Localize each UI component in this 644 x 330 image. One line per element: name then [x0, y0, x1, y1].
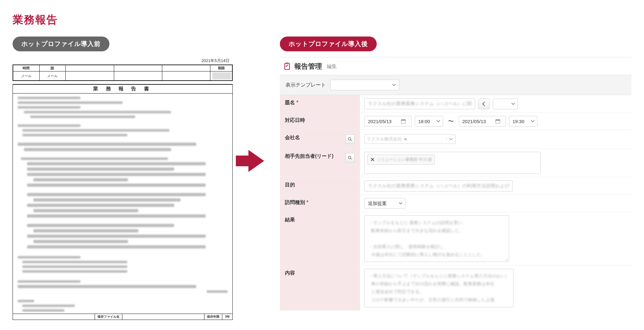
arrow-icon — [248, 150, 264, 172]
lead-chip[interactable]: ✕ ソリューション事業部 中川 様 — [367, 155, 435, 165]
content-label: 内容 — [285, 270, 295, 276]
close-icon[interactable]: ✕ — [404, 137, 407, 142]
svg-point-11 — [348, 156, 351, 159]
resize-handle-icon[interactable] — [504, 257, 508, 261]
doc-title: 業 務 報 告 書 — [13, 84, 232, 94]
svg-rect-0 — [285, 63, 289, 70]
content-textarea[interactable]: ・導入方法について（サンプルをもとに業務システム導入方法のおい） 車の登録から手… — [364, 269, 514, 307]
result-textarea[interactable]: ・サンプルをもとに 業務システムの説明を実い、 配車依頼から取引まで大きな流れを… — [364, 215, 509, 262]
svg-line-10 — [351, 140, 352, 141]
doc-mini-table: 時間 誰 期限 メール メール — [13, 65, 232, 81]
svg-rect-6 — [496, 120, 500, 121]
template-select[interactable] — [330, 80, 399, 90]
title-prev-button[interactable] — [478, 99, 490, 109]
purpose-label: 目的 — [285, 182, 295, 188]
panel-title: 報告管理 — [294, 62, 322, 71]
panel-header: 報告管理 編集 — [280, 57, 631, 75]
clipboard-icon — [283, 62, 291, 71]
lead-search-button[interactable] — [345, 153, 355, 162]
company-tag-input[interactable]: ラクスル株式会社 ✕ — [364, 134, 456, 144]
date-from-input[interactable]: 2021/05/13 — [364, 116, 412, 127]
doc-date: 2021年5月14日 — [13, 57, 233, 65]
visit-type-select[interactable]: 追加提案 — [364, 198, 405, 209]
calendar-icon — [495, 119, 500, 124]
calendar-icon — [401, 119, 406, 124]
svg-rect-2 — [401, 120, 406, 121]
required-mark: * — [306, 200, 308, 205]
arrow-column — [248, 37, 264, 172]
date-label: 対応日時 — [285, 117, 305, 124]
after-column: ホットプロファイル導入後 報告管理 編集 表示テンプレート — [280, 37, 631, 310]
template-row: 表示テンプレート — [280, 75, 631, 95]
row-title: 題名 * ラクスル社の業務業務システム（ハコベル）に関 — [280, 95, 631, 113]
row-content: 内容 ・導入方法について（サンプルをもとに業務システム導入方法のおい） 車の登録… — [280, 265, 631, 310]
lead-label: 相手先担当者(リード) — [285, 153, 343, 160]
title-input[interactable]: ラクスル社の業務業務システム（ハコベル）に関 — [364, 98, 475, 109]
chevron-down-icon[interactable] — [446, 138, 453, 140]
close-icon[interactable]: ✕ — [370, 156, 375, 163]
svg-line-12 — [351, 158, 352, 160]
before-badge: ホットプロファイル導入前 — [13, 37, 109, 51]
title-label: 題名 — [285, 100, 295, 105]
result-label: 結果 — [285, 217, 295, 223]
tilde-separator: 〜 — [446, 117, 456, 125]
after-badge: ホットプロファイル導入後 — [280, 37, 377, 51]
chevron-down-icon — [392, 84, 396, 86]
doc-body-blurred — [13, 94, 232, 314]
company-search-button[interactable] — [345, 134, 355, 144]
row-lead: 相手先担当者(リード) ✕ ソリューション事業部 中川 様 — [280, 149, 631, 177]
company-label: 会社名 — [285, 134, 343, 141]
panel-subtitle: 編集 — [327, 63, 337, 70]
lead-input[interactable]: ✕ ソリューション事業部 中川 様 — [364, 152, 541, 174]
time-to-select[interactable]: 19:30 — [509, 116, 537, 127]
svg-point-9 — [348, 138, 351, 140]
document-frame: 時間 誰 期限 メール メール — [13, 65, 233, 81]
date-to-input[interactable]: 2021/05/13 — [459, 116, 506, 127]
row-company: 会社名 ラクスル株式会社 ✕ — [280, 130, 631, 149]
template-label: 表示テンプレート — [286, 82, 326, 88]
row-date: 対応日時 2021/05/13 18:00 〜 2021/05/13 — [280, 113, 631, 130]
page-title: 業務報告 — [13, 13, 631, 27]
required-mark: * — [296, 100, 298, 105]
row-purpose: 目的 ラクスル社の業務業務システム（ハコベル）の利用方法説明および — [280, 177, 631, 195]
time-from-select[interactable]: 18:00 — [415, 116, 443, 127]
before-column: ホットプロファイル導入前 2021年5月14日 時間 誰 期限 メール メール — [13, 37, 233, 320]
doc-footer: 保存ファイル名 保存年限 3年 — [13, 314, 232, 320]
row-visit-type: 訪問種別 * 追加提案 — [280, 195, 631, 212]
row-result: 結果 ・サンプルをもとに 業務システムの説明を実い、 配車依頼から取引まで大きな… — [280, 212, 631, 265]
visit-type-label: 訪問種別 — [285, 200, 305, 205]
purpose-input[interactable]: ラクスル社の業務業務システム（ハコベル）の利用方法説明および — [364, 180, 513, 191]
document-body-frame: 業 務 報 告 書 — [13, 84, 233, 320]
form-panel: 報告管理 編集 表示テンプレート 題名 * ラクスル社の業務業務システム（ハコベ… — [280, 57, 631, 310]
title-select[interactable] — [493, 99, 518, 109]
